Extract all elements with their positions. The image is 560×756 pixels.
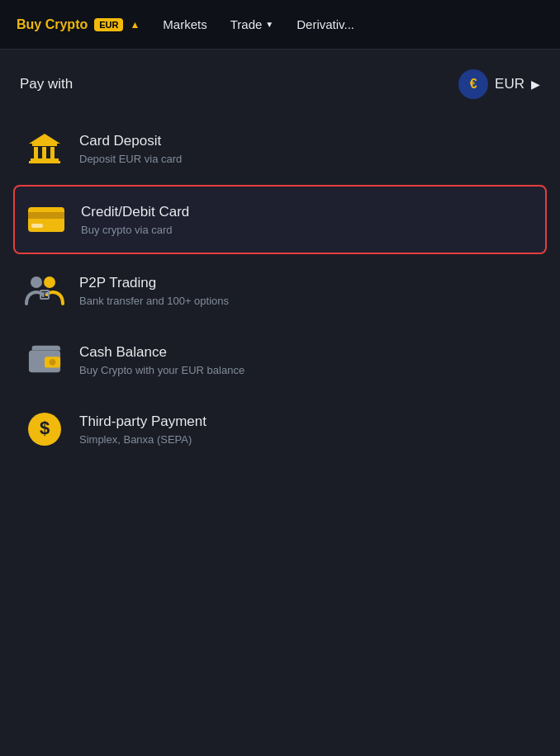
derivatives-label: Derivativ...: [297, 17, 354, 31]
svg-point-10: [31, 276, 42, 288]
svg-rect-4: [50, 147, 55, 158]
credit-debit-info: Credit/Debit Card Buy crypto via card: [81, 204, 189, 236]
credit-debit-subtitle: Buy crypto via card: [81, 224, 189, 236]
payment-options-list: Card Deposit Deposit EUR via card Credit…: [0, 116, 560, 462]
credit-debit-icon-container: [25, 201, 68, 238]
card-deposit-subtitle: Deposit EUR via card: [79, 153, 182, 165]
cash-balance-info: Cash Balance Buy Crypto with your EUR ba…: [79, 344, 244, 376]
card-deposit-icon-container: [23, 130, 66, 167]
buy-crypto-nav[interactable]: Buy Crypto EUR ▲: [17, 17, 140, 32]
svg-point-18: [50, 359, 56, 366]
svg-text:$: $: [40, 418, 50, 438]
p2p-info: P2P Trading Bank transfer and 100+ optio…: [79, 275, 229, 307]
svg-marker-0: [29, 134, 60, 144]
card-deposit-title: Card Deposit: [79, 133, 182, 149]
svg-rect-8: [28, 212, 64, 219]
svg-rect-7: [28, 207, 64, 232]
svg-rect-6: [29, 161, 60, 163]
currency-badge: EUR: [94, 18, 123, 31]
dollar-circle-icon: $: [26, 411, 63, 447]
pay-with-label: Pay with: [20, 76, 73, 92]
svg-rect-15: [42, 295, 45, 298]
svg-rect-13: [42, 292, 45, 295]
pay-with-header: Pay with € EUR ▶: [0, 50, 560, 116]
cash-balance-subtitle: Buy Crypto with your EUR balance: [79, 364, 244, 376]
p2p-icon-container: [23, 272, 66, 309]
currency-code: EUR: [495, 76, 524, 92]
card-deposit-info: Card Deposit Deposit EUR via card: [79, 133, 182, 165]
markets-nav-item[interactable]: Markets: [163, 17, 206, 31]
svg-rect-9: [31, 224, 43, 228]
trade-nav-item[interactable]: Trade ▼: [230, 17, 274, 31]
third-party-subtitle: Simplex, Banxa (SEPA): [79, 433, 206, 446]
wallet-icon: [27, 343, 62, 376]
trade-dropdown-icon: ▼: [265, 20, 273, 29]
credit-card-icon: [26, 204, 66, 235]
trade-label: Trade: [230, 17, 263, 31]
svg-rect-2: [34, 147, 38, 158]
currency-icon: €: [458, 69, 488, 99]
derivatives-nav-item[interactable]: Derivativ...: [297, 17, 354, 31]
p2p-title: P2P Trading: [79, 275, 229, 291]
p2p-trading-icon: [25, 274, 64, 307]
payment-option-third-party[interactable]: $ Third-party Payment Simplex, Banxa (SE…: [13, 396, 547, 462]
svg-point-11: [44, 276, 55, 288]
currency-symbol: €: [470, 77, 477, 92]
third-party-icon-container: $: [23, 411, 66, 447]
buy-crypto-label: Buy Crypto: [17, 17, 88, 32]
svg-rect-3: [42, 147, 46, 158]
payment-option-credit-debit-card[interactable]: Credit/Debit Card Buy crypto via card: [13, 185, 547, 254]
cash-balance-title: Cash Balance: [79, 344, 244, 361]
third-party-title: Third-party Payment: [79, 413, 206, 430]
main-content: Pay with € EUR ▶: [0, 50, 560, 462]
payment-option-card-deposit[interactable]: Card Deposit Deposit EUR via card: [13, 116, 547, 182]
currency-chevron-icon: ▶: [531, 78, 540, 91]
cash-balance-icon-container: [23, 342, 66, 378]
arrow-up-icon: ▲: [130, 19, 140, 31]
payment-option-cash-balance[interactable]: Cash Balance Buy Crypto with your EUR ba…: [13, 327, 547, 393]
svg-rect-14: [45, 292, 48, 295]
payment-option-p2p[interactable]: P2P Trading Bank transfer and 100+ optio…: [13, 258, 547, 324]
third-party-info: Third-party Payment Simplex, Banxa (SEPA…: [79, 413, 206, 446]
svg-rect-1: [32, 144, 57, 146]
p2p-subtitle: Bank transfer and 100+ options: [79, 295, 229, 307]
bank-icon: [26, 130, 64, 167]
navbar: Buy Crypto EUR ▲ Markets Trade ▼ Derivat…: [0, 0, 560, 50]
currency-selector[interactable]: € EUR ▶: [458, 69, 540, 99]
markets-label: Markets: [163, 17, 206, 31]
svg-rect-5: [31, 158, 59, 161]
credit-debit-title: Credit/Debit Card: [81, 204, 189, 220]
